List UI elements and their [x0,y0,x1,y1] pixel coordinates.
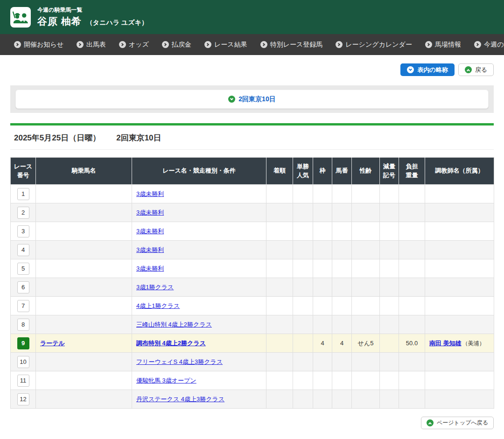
carried-weight-cell [399,222,425,241]
jockey-name-kana: （タニハラ ユズキ） [86,19,148,27]
race-number-cell: 4 [11,241,36,259]
trainer-cell [425,185,494,203]
nav-item[interactable]: 出馬表 [77,41,106,49]
horse-name-link[interactable]: ラーテル [40,340,65,347]
nav-item[interactable]: 今週の注目レース [474,41,504,49]
sex-age-cell [352,185,380,203]
frame-number-cell [313,259,332,278]
back-button[interactable]: 戻る [458,63,494,76]
trainer-cell [425,390,494,409]
table-row: 74歳上1勝クラス [11,297,494,315]
table-row: 53歳未勝利 [11,259,494,278]
race-name-link[interactable]: 丹沢ステークス 4歳上3勝クラス [136,396,224,403]
race-number-cell: 8 [11,315,36,334]
race-number-cell: 12 [11,390,36,409]
nav-item[interactable]: レース結果 [204,41,247,49]
finish-position-cell [266,390,293,409]
race-name-cell: 3歳未勝利 [132,259,266,278]
sex-age-cell [352,222,380,241]
header-text: 今週の騎乗馬一覧 谷原 柚希 （タニハラ ユズキ） [37,6,148,28]
trainer-cell [425,353,494,371]
finish-position-cell [266,241,293,259]
weight-allowance-cell [380,371,399,390]
nav-item-label: 特別レース登録馬 [270,41,323,49]
sex-age-cell [352,259,380,278]
carried-weight-cell [399,371,425,390]
table-header-row: レース 番号騎乗馬名レース名・競走種別・条件着順単勝 人気枠馬番性齢減量 記号負… [11,158,494,185]
frame-number-cell [313,241,332,259]
nav-item[interactable]: 特別レース登録馬 [260,41,323,49]
sex-age-cell [352,278,380,297]
race-name-cell: 3歳1勝クラス [132,278,266,297]
column-header: 調教師名（所属） [425,158,494,185]
finish-position-cell [266,315,293,334]
weight-allowance-cell [380,222,399,241]
table-abbreviation-button[interactable]: 表内の略称 [400,63,454,76]
horse-name-cell [36,203,132,222]
nav-item[interactable]: レーシングカレンダー [336,41,412,49]
carried-weight-cell [399,297,425,315]
column-header: 負担 重量 [399,158,425,185]
column-header: 馬番 [332,158,352,185]
page-subtitle: 今週の騎乗馬一覧 [37,6,148,14]
race-number-cell: 7 [11,297,36,315]
carried-weight-cell [399,185,425,203]
frame-number-cell [313,203,332,222]
frame-number-cell [313,222,332,241]
frame-number-cell [313,371,332,390]
table-row: 10フリーウェイS 4歳上3勝クラス [11,353,494,371]
race-name-link[interactable]: 3歳未勝利 [136,265,164,272]
day-selector-band: 2回東京10日 [10,85,494,113]
horse-name-cell: ラーテル [36,334,132,353]
sex-age-cell [352,390,380,409]
race-name-cell: 3歳未勝利 [132,241,266,259]
race-name-link[interactable]: 3歳未勝利 [136,209,164,216]
nav-item[interactable]: 馬場情報 [425,41,461,49]
race-name-link[interactable]: 3歳未勝利 [136,246,164,253]
carried-weight-cell [399,241,425,259]
day-selector-button[interactable]: 2回東京10日 [15,90,489,109]
carried-weight-cell [399,278,425,297]
trainer-cell: 南田 美知雄（美浦） [425,334,494,353]
table-row: 43歳未勝利 [11,241,494,259]
horse-name-cell [36,390,132,409]
race-name-link[interactable]: 4歳上1勝クラス [136,302,180,309]
race-number-cell: 6 [11,278,36,297]
race-name-link[interactable]: 優駿牝馬 3歳オープン [136,377,196,384]
nav-item[interactable]: 払戻金 [162,41,191,49]
horse-name-cell [36,259,132,278]
sex-age-cell [352,315,380,334]
race-name-link[interactable]: 3歳未勝利 [136,190,164,197]
table-row: 12丹沢ステークス 4歳上3勝クラス [11,390,494,409]
race-name-link[interactable]: 三峰山特別 4歳上2勝クラス [136,321,212,328]
race-name-link[interactable]: 調布特別 4歳上2勝クラス [136,340,206,347]
win-favorite-cell [293,353,313,371]
race-name-link[interactable]: 3歳未勝利 [136,228,164,235]
chevron-right-icon [77,41,84,48]
nav-item[interactable]: 開催お知らせ [14,41,63,49]
chevron-up-icon [427,419,434,426]
race-name-link[interactable]: 3歳1勝クラス [136,284,174,291]
rides-table-wrap: レース 番号騎乗馬名レース名・競走種別・条件着順単勝 人気枠馬番性齢減量 記号負… [10,157,494,409]
frame-number-cell [313,390,332,409]
horse-number-cell [332,353,352,371]
race-name-link[interactable]: フリーウェイS 4歳上3勝クラス [136,358,223,365]
weight-allowance-cell [380,185,399,203]
rides-table: レース 番号騎乗馬名レース名・競走種別・条件着順単勝 人気枠馬番性齢減量 記号負… [10,157,494,409]
carried-weight-cell [399,315,425,334]
finish-position-cell [266,278,293,297]
weight-allowance-cell [380,259,399,278]
horse-number-cell [332,203,352,222]
chevron-right-icon [14,41,21,48]
trainer-name-link[interactable]: 南田 美知雄 [429,340,462,347]
global-nav: 開催お知らせ出馬表オッズ払戻金レース結果特別レース登録馬レーシングカレンダー馬場… [0,34,504,55]
finish-position-cell [266,203,293,222]
nav-item[interactable]: オッズ [119,41,149,49]
trainer-affiliation: （美浦） [462,340,485,347]
page-top-button[interactable]: ページトップへ戻る [421,417,494,429]
table-row: 33歳未勝利 [11,222,494,241]
race-name-cell: 3歳未勝利 [132,185,266,203]
trainer-cell [425,371,494,390]
win-favorite-cell [293,222,313,241]
trainer-cell [425,259,494,278]
